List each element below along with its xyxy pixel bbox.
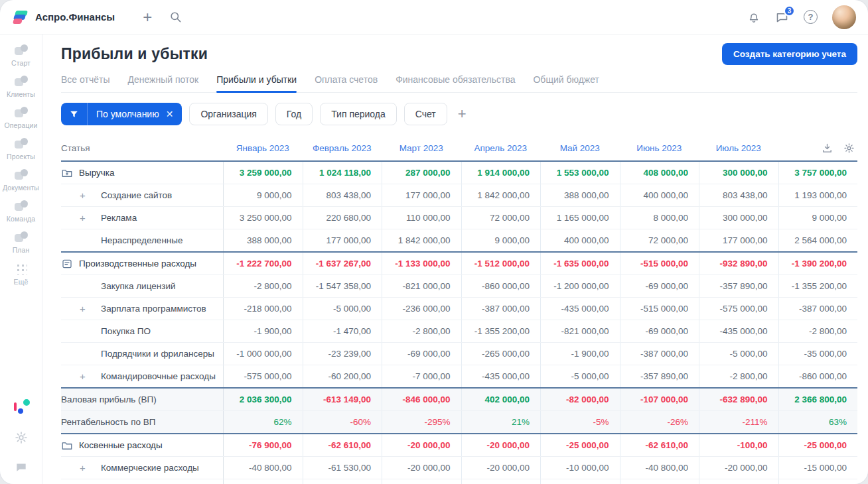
value-cell: -821 000,00 — [382, 275, 461, 297]
value-cell: 400 000,00 — [540, 229, 620, 251]
value-cell: 177 000,00 — [382, 184, 461, 206]
column-header-Май 2023[interactable]: Май 2023 — [540, 135, 620, 160]
value-cell: 21% — [461, 411, 541, 433]
tab-Оплата счетов[interactable]: Оплата счетов — [315, 71, 378, 92]
table-settings-gear-icon[interactable] — [843, 143, 855, 154]
sidebar-item-Документы[interactable]: Документы — [3, 168, 39, 192]
row-label-cell: +Командировочные расходы — [61, 365, 223, 387]
sidebar-item-Проекты[interactable]: Проекты — [3, 137, 39, 160]
value-cell: -211% — [699, 411, 778, 433]
value-cell: 300 000,00 — [699, 162, 778, 184]
row-label-cell: Закупка лицензий — [61, 275, 223, 297]
sidebar-item-Команда[interactable]: Команда — [3, 200, 39, 223]
chat-icon[interactable] — [15, 460, 28, 473]
value-cell: -575 000,00 — [223, 365, 303, 387]
value-cell: 2 036 300,00 — [223, 389, 303, 410]
help-icon[interactable]: ? — [804, 10, 818, 24]
row-label: Покупка ПО — [101, 326, 151, 336]
download-icon[interactable] — [822, 143, 833, 154]
table-row[interactable]: Производственные расходы-1 222 700,00-1 … — [61, 251, 857, 274]
sidebar-item-Операции[interactable]: Операции — [3, 106, 39, 129]
value-cell: -1 900,00 — [223, 320, 303, 342]
value-cell: -40 800,00 — [223, 457, 303, 479]
brand[interactable]: Аспро.Финансы — [13, 9, 115, 25]
table-row: Валовая прибыль (ВП)2 036 300,00-613 149… — [61, 387, 857, 410]
table-row: +Зарплата программистов-218 000,00-5 000… — [61, 297, 857, 320]
column-header-Июнь 2023[interactable]: Июнь 2023 — [620, 135, 699, 160]
column-header-Февраль 2023[interactable]: Февраль 2023 — [303, 135, 382, 160]
value-cell: -1 637 267,00 — [303, 253, 382, 274]
value-cell: 72 000,00 — [461, 207, 541, 229]
expand-plus-icon[interactable]: + — [80, 371, 101, 382]
messages-icon[interactable]: 3 — [775, 10, 789, 24]
filter-chip-default[interactable]: По умолчанию ✕ — [61, 103, 182, 125]
row-label-cell: +Зарплата программистов — [61, 298, 223, 320]
operations-icon — [14, 106, 29, 119]
value-cell: -515 000,00 — [620, 298, 699, 320]
expand-plus-icon[interactable]: + — [80, 212, 101, 223]
column-header-Март 2023[interactable]: Март 2023 — [382, 135, 461, 160]
value-cell: -107 000,00 — [620, 389, 699, 410]
value-cell: -40 800,00 — [382, 479, 461, 484]
table-tools — [778, 135, 858, 160]
filter-chip-Год[interactable]: Год — [275, 103, 313, 125]
expand-plus-icon[interactable]: + — [80, 190, 101, 201]
sidebar-item-План[interactable]: План — [3, 231, 39, 254]
row-label-cell: Валовая прибыль (ВП) — [61, 389, 223, 410]
table-row: Покупка ПО-1 900,00-1 470,00-2 800,00-1 … — [61, 320, 857, 342]
table-row[interactable]: Выручка3 259 000,001 024 118,00287 000,0… — [61, 160, 857, 184]
row-label-cell: Покупка ПО — [61, 320, 223, 342]
table-row[interactable]: Косвенные расходы-76 900,00-62 610,00-20… — [61, 433, 857, 456]
sidebar-item-Старт[interactable]: Старт — [3, 44, 39, 67]
sidebar-item-label: Проекты — [7, 152, 35, 160]
value-cell: -435 000,00 — [461, 365, 541, 387]
filter-chip-Организация[interactable]: Организация — [189, 103, 267, 125]
tab-Денежный поток[interactable]: Денежный поток — [127, 71, 198, 92]
sidebar-item-Клиенты[interactable]: Клиенты — [3, 75, 39, 98]
value-cell: -7 000,00 — [382, 365, 461, 387]
column-header-Июль 2023[interactable]: Июль 2023 — [699, 135, 778, 160]
value-cell: -295% — [382, 411, 461, 433]
column-header-Январь 2023[interactable]: Январь 2023 — [223, 135, 303, 160]
remove-filter-icon[interactable]: ✕ — [165, 109, 182, 119]
value-cell: -5 000,00 — [303, 298, 382, 320]
bell-icon[interactable] — [747, 11, 760, 24]
value-cell: -387 000,00 — [778, 298, 858, 320]
value-cell: -69 000,00 — [620, 275, 699, 297]
value-cell: -35 000,00 — [778, 343, 858, 365]
value-cell: -1 355 200,00 — [778, 275, 858, 297]
tab-Прибыли и убытки[interactable]: Прибыли и убытки — [216, 71, 297, 92]
add-filter-icon[interactable]: + — [458, 107, 467, 121]
value-cell: -60% — [303, 411, 382, 433]
tab-Финансовые обязательства[interactable]: Финансовые обязательства — [396, 71, 515, 92]
projects-icon — [14, 137, 29, 150]
row-label-cell: Подрядчики и фрилансеры — [61, 343, 223, 365]
add-icon[interactable]: + — [143, 8, 152, 27]
avatar[interactable] — [832, 5, 856, 29]
search-icon[interactable] — [169, 11, 182, 23]
messages-badge: 3 — [784, 5, 795, 17]
sidebar-item-Ещё[interactable]: Ещё — [3, 262, 39, 286]
row-label: Производственные расходы — [79, 259, 196, 269]
create-category-button[interactable]: Создать категорию учета — [722, 43, 857, 65]
value-cell: 72 000,00 — [620, 229, 699, 251]
sidebar-item-label: План — [13, 246, 30, 254]
page-title: Прибыли и убытки — [61, 45, 208, 63]
settings-icon[interactable] — [15, 431, 28, 444]
value-cell: 803 438,00 — [303, 184, 382, 206]
expand-plus-icon[interactable]: + — [80, 462, 101, 473]
filter-chip-Тип периода[interactable]: Тип периода — [320, 103, 397, 125]
value-cell: -100,00 — [699, 434, 778, 456]
value-cell: 803 438,00 — [699, 184, 778, 206]
value-cell: 2 564 000,00 — [778, 229, 858, 251]
row-label-cell: +Создание сайтов — [61, 184, 223, 206]
value-cell: -61 530,00 — [778, 479, 858, 484]
value-cell: -5% — [540, 411, 620, 433]
expand-plus-icon[interactable]: + — [80, 303, 101, 314]
value-cell: 3 250 000,00 — [223, 207, 303, 229]
product-logo-icon[interactable] — [13, 398, 30, 415]
column-header-Апрель 2023[interactable]: Апрель 2023 — [461, 135, 541, 160]
tab-Общий бюджет[interactable]: Общий бюджет — [533, 71, 599, 92]
filter-chip-Счет[interactable]: Счет — [404, 103, 447, 125]
tab-Все отчёты[interactable]: Все отчёты — [61, 71, 109, 92]
